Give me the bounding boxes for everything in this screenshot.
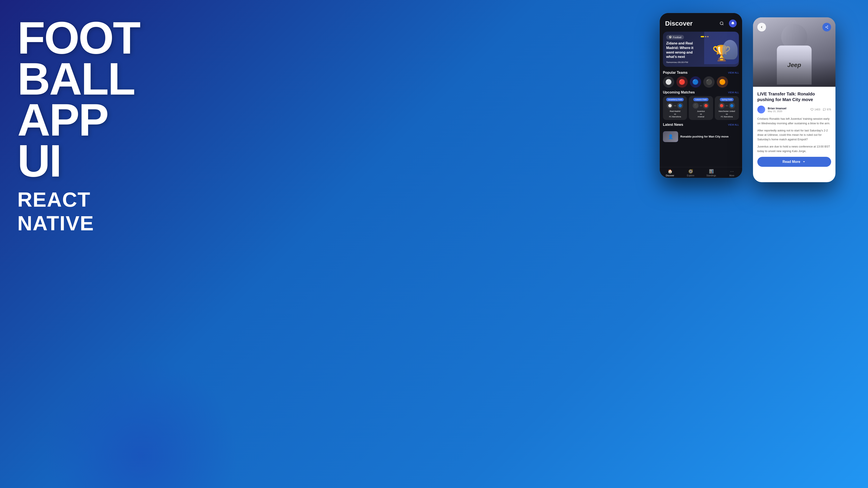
match-venue-1: Strawberry Field [666, 98, 684, 101]
author-avatar [757, 106, 765, 113]
featured-title: Zidane and Real Madrid: Where it went wr… [666, 41, 702, 59]
upcoming-matches-title: Upcoming Matches [663, 91, 695, 94]
read-more-button[interactable]: Read More [757, 157, 831, 167]
match-names-1: Real MadridvsFC Barcelona [669, 110, 681, 118]
team-logo-arsenal[interactable]: 🔴 [676, 76, 688, 88]
discover-title: Discover [665, 20, 693, 27]
match-venue-2: Autumn Field [693, 98, 708, 101]
news-item-1[interactable]: 👤 Ronaldo pushing for Man City move [660, 129, 742, 144]
svg-point-2 [827, 26, 828, 27]
team-logo-juventus[interactable]: ⚫ [703, 76, 715, 88]
match-card-3[interactable]: Spring Field 🔴 vs 🔵 Manchester UnitedvsF… [715, 96, 739, 120]
author-name: Brian Imanuel [768, 107, 808, 110]
hero-title-line2: BALL [18, 58, 143, 99]
match-card-1[interactable]: Strawberry Field ⚪ vs 🔵 Real MadridvsFC … [663, 96, 687, 120]
match-teams-2: ⚫ vs 🔴 [693, 103, 709, 109]
match-vs-3: vs [726, 104, 728, 107]
hero-title-line1: FOOT [18, 18, 143, 58]
article-meta: Brian Imanuel May 15, 2020 1403 976 [757, 106, 831, 113]
news-thumb-1: 👤 [663, 131, 678, 142]
match-vs-1: vs [674, 104, 676, 107]
upcoming-matches-section: Upcoming Matches VIEW ALL Strawberry Fie… [660, 89, 742, 121]
latest-news-section: Latest News VIEW ALL [660, 121, 742, 129]
team-logo-real-madrid[interactable]: ⚪ [663, 76, 674, 88]
upcoming-matches-header: Upcoming Matches VIEW ALL [663, 91, 739, 94]
team-logo-barcelona[interactable]: 🔵 [690, 76, 701, 88]
match-team-logo-barcelona: 🔵 [677, 103, 683, 109]
spacer [660, 144, 742, 167]
latest-news-view-all[interactable]: VIEW ALL [728, 123, 739, 126]
match-team-logo-real-madrid: ⚪ [667, 103, 673, 109]
search-icon[interactable] [718, 20, 726, 27]
header-icons [718, 20, 737, 27]
match-teams-3: 🔴 vs 🔵 [719, 103, 735, 109]
read-more-label: Read More [782, 160, 800, 164]
popular-teams-header: Popular Teams VIEW ALL [663, 71, 739, 75]
news-text-1: Ronaldo pushing for Man City move [680, 135, 728, 139]
nav-more[interactable]: ⋯ Read More More [721, 169, 742, 177]
match-names-3: Manchester UnitedvsFC Barcelona [719, 110, 735, 118]
article-content: LIVE Transfer Talk: Ronaldo pushing for … [753, 87, 835, 171]
svg-line-6 [826, 26, 828, 27]
matches-row: Strawberry Field ⚪ vs 🔵 Real MadridvsFC … [663, 96, 739, 120]
match-team-logo-juventus: ⚫ [693, 103, 699, 109]
nav-discover[interactable]: 🏠 Discover [660, 169, 680, 177]
hero-section: FOOT BALL APP UI REACT NATIVE [18, 18, 143, 235]
article-body-1: Cristiano Ronaldo has left Juventus' tra… [757, 117, 831, 126]
sport-badge: ⚽ Football [666, 35, 684, 39]
nav-standings[interactable]: 📊 Standings [701, 169, 721, 177]
popular-teams-view-all[interactable]: VIEW ALL [728, 71, 739, 74]
match-venue-3: Spring Field [720, 98, 734, 101]
hero-title-line3: APP UI [18, 99, 143, 181]
svg-point-0 [720, 22, 723, 25]
match-team-logo-barca2: 🔵 [729, 103, 735, 109]
latest-news-header: Latest News VIEW ALL [663, 123, 739, 127]
standings-icon: 📊 [709, 169, 714, 174]
discover-header: Discover [660, 13, 742, 30]
author-date: May 15, 2020 [768, 110, 808, 112]
back-button[interactable] [757, 23, 766, 31]
upcoming-matches-view-all[interactable]: VIEW ALL [728, 91, 739, 94]
article-stats: 1403 976 [810, 108, 831, 111]
bottom-nav: 🏠 Discover 🧭 Explore 📊 Standings ⋯ Read … [660, 167, 742, 178]
nav-explore-label: Explore [687, 174, 694, 177]
teams-row: ⚪ 🔴 🔵 ⚫ 🟠 [663, 76, 739, 88]
svg-line-5 [826, 27, 828, 28]
match-team-logo-manutd: 🔴 [719, 103, 725, 109]
popular-teams-section: Popular Teams VIEW ALL ⚪ 🔴 🔵 ⚫ 🟠 [660, 69, 742, 89]
discover-screen: Discover [660, 13, 742, 178]
svg-point-3 [826, 27, 826, 28]
notification-icon[interactable] [729, 20, 737, 27]
match-team-logo-arsenal: 🔴 [703, 103, 709, 109]
match-card-2[interactable]: Autumn Field ⚫ vs 🔴 JuventusvsArsenal [689, 96, 713, 120]
article-body-3: Juventus are due to hold a news conferen… [757, 144, 831, 154]
home-icon: 🏠 [668, 169, 673, 174]
likes-count: 1403 [814, 108, 820, 111]
featured-card[interactable]: ⚽ Football Zidane and Real Madrid: Where… [663, 32, 739, 67]
comments-count: 976 [827, 108, 831, 111]
nav-discover-label: Discover [666, 174, 674, 177]
explore-icon: 🧭 [688, 169, 693, 174]
match-vs-2: vs [700, 104, 702, 107]
match-names-2: JuventusvsArsenal [697, 110, 705, 118]
share-button[interactable] [823, 23, 831, 31]
hero-subtitle: REACT NATIVE [18, 188, 143, 235]
article-body-2: After reportedly asking not to start for… [757, 128, 831, 142]
nav-standings-label: Standings [706, 174, 716, 177]
article-image: Jeep [753, 18, 835, 87]
more-icon: ⋯ [730, 169, 734, 174]
stat-likes: 1403 [810, 108, 820, 111]
dot-active [701, 36, 704, 37]
stat-comments: 976 [823, 108, 831, 111]
match-teams-1: ⚪ vs 🔵 [667, 103, 683, 109]
svg-line-1 [723, 24, 723, 25]
phone-discover: Discover [660, 13, 742, 178]
team-logo-other[interactable]: 🟠 [717, 76, 728, 88]
featured-image: 🏆 [705, 32, 738, 62]
nav-explore[interactable]: 🧭 Explore [680, 169, 701, 177]
latest-news-title: Latest News [663, 123, 683, 127]
author-info: Brian Imanuel May 15, 2020 [768, 107, 808, 112]
svg-point-4 [827, 28, 828, 29]
nav-more-text: More [729, 174, 734, 177]
article-title: LIVE Transfer Talk: Ronaldo pushing for … [757, 91, 831, 102]
